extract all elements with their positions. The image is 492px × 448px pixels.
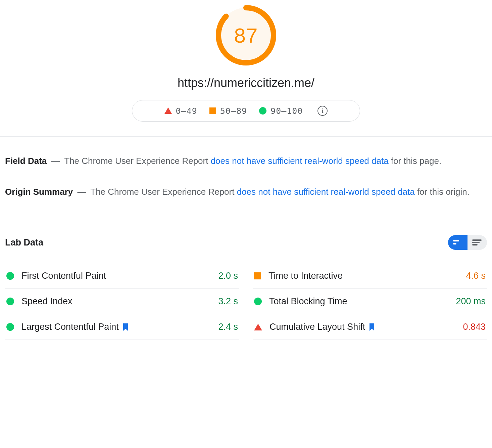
triangle-red-icon [254,324,262,330]
field-data-text-post: for this page. [389,156,442,166]
list-icon [472,239,482,246]
metric-lcp-name: Largest Contentful Paint [21,322,119,332]
circle-green-icon [6,323,14,331]
lab-data-heading: Lab Data [5,237,43,248]
legend-good-range: 90–100 [270,106,303,116]
circle-green-icon [6,298,14,305]
score-legend: 0–49 50–89 90–100 i [132,100,360,122]
dash: — [76,187,88,197]
view-toggle-full[interactable] [468,235,487,250]
field-data-link[interactable]: does not have sufficient real-world spee… [211,156,389,166]
highlights-icon [453,239,462,245]
bookmark-icon [368,323,375,331]
legend-good: 90–100 [259,106,303,116]
legend-avg: 50–89 [209,106,247,116]
field-data-label: Field Data [5,156,47,166]
metric-fcp[interactable]: First Contentful Paint 2.0 s [5,263,239,289]
dash: — [49,156,62,166]
svg-rect-0 [453,240,459,241]
metric-cls-value: 0.843 [463,322,486,332]
metric-si-value: 3.2 s [218,296,238,307]
svg-rect-4 [472,244,478,245]
metric-tti[interactable]: Time to Interactive 4.6 s [253,263,487,289]
svg-rect-2 [472,239,482,241]
origin-summary-text-pre: The Chrome User Experience Report [90,187,237,197]
performance-score-value: 87 [214,3,278,67]
metric-fcp-value: 2.0 s [218,271,238,281]
circle-green-icon [6,272,14,280]
metric-si-name: Speed Index [21,296,72,307]
view-toggle-highlights[interactable] [448,235,468,250]
metric-tti-name: Time to Interactive [268,271,343,281]
svg-rect-1 [453,243,456,244]
svg-rect-3 [472,242,480,243]
origin-summary-link[interactable]: does not have sufficient real-world spee… [237,187,415,197]
lab-metrics-grid: First Contentful Paint 2.0 s Time to Int… [0,250,492,340]
metric-tti-value: 4.6 s [466,271,486,281]
metric-si[interactable]: Speed Index 3.2 s [5,288,239,314]
legend-poor-range: 0–49 [176,106,197,116]
metric-cls[interactable]: Cumulative Layout Shift 0.843 [253,314,487,340]
origin-summary-label: Origin Summary [5,187,73,197]
origin-summary-paragraph: Origin Summary — The Chrome User Experie… [5,186,487,198]
metric-tbt-value: 200 ms [456,296,486,307]
info-icon[interactable]: i [317,106,328,116]
metric-lcp[interactable]: Largest Contentful Paint 2.4 s [5,314,239,340]
analyzed-url: https://numericcitizen.me/ [0,67,492,100]
square-orange-icon [254,272,261,279]
field-data-text-pre: The Chrome User Experience Report [64,156,210,166]
legend-avg-range: 50–89 [220,106,247,116]
origin-summary-text-post: for this origin. [415,187,470,197]
metric-tbt[interactable]: Total Blocking Time 200 ms [253,288,487,314]
legend-poor: 0–49 [164,106,197,116]
view-toggle [448,235,487,250]
bookmark-icon [122,323,129,331]
performance-score-gauge: 87 [214,3,278,67]
circle-green-icon [254,298,262,305]
field-data-paragraph: Field Data — The Chrome User Experience … [5,155,487,168]
metric-tbt-name: Total Blocking Time [269,296,347,307]
square-orange-icon [209,107,216,114]
metric-lcp-value: 2.4 s [218,322,238,332]
metric-cls-name: Cumulative Layout Shift [269,322,365,332]
triangle-red-icon [164,107,172,114]
circle-green-icon [259,107,266,115]
metric-fcp-name: First Contentful Paint [21,271,106,281]
